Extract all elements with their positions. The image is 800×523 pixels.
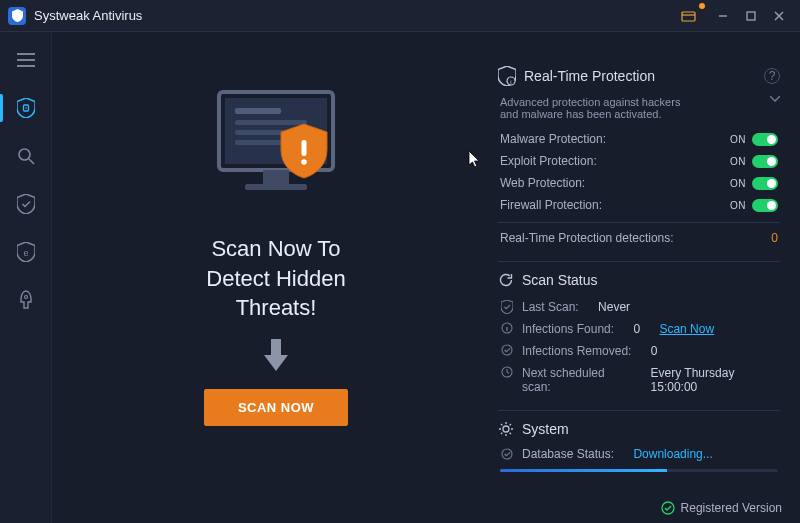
svg-point-24 (662, 502, 674, 514)
svg-text:e: e (23, 248, 28, 258)
next-scan-label: Next scheduled scan: (522, 366, 631, 394)
section-title: Real-Time Protection (524, 68, 655, 84)
row-malware-protection: Malware Protection: ON (498, 128, 780, 150)
sidebar-item-protection[interactable] (0, 182, 52, 226)
rtp-description: Advanced protection against hackers and … (500, 96, 680, 120)
svg-rect-13 (263, 170, 289, 184)
sidebar-item-home[interactable] (0, 86, 52, 130)
help-icon[interactable]: ? (764, 68, 780, 84)
headline-line: Scan Now To (206, 234, 345, 264)
infections-found-value: 0 (633, 322, 640, 336)
section-title: System (522, 421, 569, 437)
check-circle-icon (661, 501, 675, 515)
check-circle-icon (500, 448, 514, 460)
svg-point-23 (502, 449, 512, 459)
svg-text:i: i (510, 79, 511, 85)
last-scan-value: Never (598, 300, 630, 314)
infections-removed-value: 0 (651, 344, 658, 358)
protection-label: Web Protection: (500, 176, 585, 190)
svg-point-6 (24, 296, 27, 299)
chevron-down-icon[interactable] (770, 96, 780, 102)
store-icon[interactable] (676, 5, 702, 27)
monitor-illustration (201, 84, 351, 214)
refresh-icon (498, 272, 514, 288)
next-scan-value: Every Thursday 15:00:00 (651, 366, 778, 394)
database-status-value: Downloading... (633, 447, 712, 461)
gear-icon (498, 421, 514, 437)
toggle-firewall[interactable] (752, 199, 778, 212)
minimize-button[interactable] (710, 5, 736, 27)
section-system: System Database Status: Downloading... (498, 411, 780, 478)
svg-rect-15 (302, 140, 307, 156)
headline-line: Detect Hidden (206, 264, 345, 294)
infections-removed-label: Infections Removed: (522, 344, 631, 358)
infections-found-label: Infections Found: (522, 322, 614, 336)
svg-rect-10 (235, 120, 307, 125)
scan-hero: Scan Now To Detect Hidden Threats! SCAN … (72, 56, 480, 513)
sidebar-item-boost[interactable] (0, 278, 52, 322)
toggle-web[interactable] (752, 177, 778, 190)
section-realtime: i Real-Time Protection ? Advanced protec… (498, 56, 780, 262)
check-circle-icon (500, 344, 514, 356)
app-title: Systweak Antivirus (34, 8, 142, 23)
svg-rect-1 (747, 12, 755, 20)
headline-line: Threats! (206, 293, 345, 323)
protection-label: Malware Protection: (500, 132, 606, 146)
title-bar: Systweak Antivirus (0, 0, 800, 32)
detections-count: 0 (771, 231, 778, 245)
protection-label: Firewall Protection: (500, 198, 602, 212)
scan-now-link[interactable]: Scan Now (659, 322, 714, 336)
maximize-button[interactable] (738, 5, 764, 27)
svg-point-16 (301, 159, 307, 165)
svg-point-22 (503, 426, 509, 432)
clock-icon (500, 366, 514, 378)
detections-label: Real-Time Protection detections: (500, 231, 674, 245)
toggle-exploit[interactable] (752, 155, 778, 168)
section-scan-status: Scan Status Last Scan: Never Infections … (498, 262, 780, 411)
svg-rect-12 (235, 140, 285, 145)
protection-label: Exploit Protection: (500, 154, 597, 168)
info-icon (500, 322, 514, 334)
svg-rect-9 (235, 108, 281, 114)
close-button[interactable] (766, 5, 792, 27)
sidebar-item-scan[interactable] (0, 134, 52, 178)
database-status-label: Database Status: (522, 447, 614, 461)
last-scan-label: Last Scan: (522, 300, 579, 314)
scan-now-button[interactable]: SCAN NOW (204, 389, 348, 426)
shield-info-icon: i (498, 66, 516, 86)
row-firewall-protection: Firewall Protection: ON (498, 194, 780, 216)
main-content: Scan Now To Detect Hidden Threats! SCAN … (52, 32, 800, 523)
toggle-malware[interactable] (752, 133, 778, 146)
svg-point-3 (25, 107, 27, 109)
shield-check-icon (500, 300, 514, 314)
app-logo-icon (8, 7, 26, 25)
svg-point-20 (502, 345, 512, 355)
row-web-protection: Web Protection: ON (498, 172, 780, 194)
svg-point-4 (19, 149, 30, 160)
svg-rect-14 (245, 184, 307, 190)
svg-rect-0 (682, 12, 695, 21)
download-progress (500, 469, 778, 472)
footer-status: Registered Version (661, 501, 782, 515)
menu-button[interactable] (0, 38, 52, 82)
sidebar: e (0, 32, 52, 523)
status-panel: i Real-Time Protection ? Advanced protec… (498, 56, 780, 513)
registered-label: Registered Version (681, 501, 782, 515)
sidebar-item-quarantine[interactable]: e (0, 230, 52, 274)
arrow-down-icon (261, 337, 291, 373)
section-title: Scan Status (522, 272, 598, 288)
scan-headline: Scan Now To Detect Hidden Threats! (206, 234, 345, 323)
row-exploit-protection: Exploit Protection: ON (498, 150, 780, 172)
